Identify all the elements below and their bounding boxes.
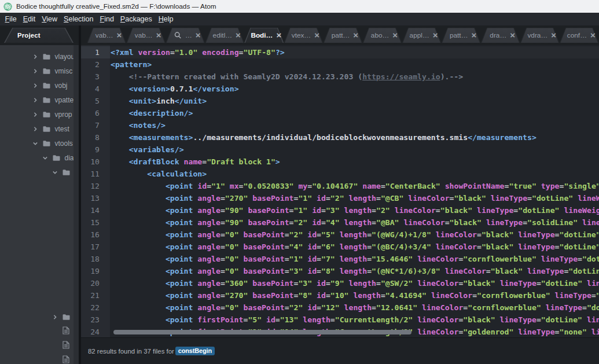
- chevron-right-icon[interactable]: [53, 314, 57, 320]
- chevron-down-icon[interactable]: [33, 141, 38, 146]
- code-line-13[interactable]: 13 <point angle="270" basePoint="1" id="…: [81, 192, 599, 204]
- menu-selection[interactable]: Selection: [61, 13, 97, 25]
- menu-file[interactable]: File: [2, 13, 20, 25]
- chevron-down-icon[interactable]: [53, 170, 57, 175]
- line-number: 12: [81, 180, 110, 192]
- code-line-22[interactable]: 22 <point angle="0" basePoint="2" id="12…: [81, 302, 599, 314]
- tab-close-icon[interactable]: ×: [433, 32, 438, 38]
- code-line-9[interactable]: 9 <variables/>: [81, 144, 599, 156]
- code-line-7[interactable]: 7 <notes/>: [81, 119, 599, 131]
- tree-folder-row[interactable]: vtest: [0, 122, 81, 136]
- tree-folder-row[interactable]: vpatte: [0, 93, 81, 107]
- code-line-1[interactable]: 1<?xml version="1.0" encoding="UTF-8"?>: [81, 46, 599, 58]
- code-line-21[interactable]: 21 <point angle="270" basePoint="8" id="…: [81, 289, 599, 302]
- tree-item-label: vtools: [55, 139, 73, 148]
- tree-folder-row[interactable]: vtools: [0, 136, 81, 150]
- menu-edit[interactable]: Edit: [20, 13, 39, 25]
- menu-view[interactable]: View: [39, 13, 61, 25]
- tab-close-icon[interactable]: ×: [314, 32, 319, 38]
- code-line-10[interactable]: 10 <draftBlock name="Draft block 1">: [81, 156, 599, 168]
- code-line-16[interactable]: 16 <point angle="0" basePoint="2" id="5"…: [81, 229, 599, 241]
- tab-close-icon[interactable]: ×: [156, 32, 161, 38]
- line-content: <pattern>: [110, 58, 599, 71]
- code-line-8[interactable]: 8 <measurements>../measurements/individu…: [81, 131, 599, 144]
- tab-close-icon[interactable]: ×: [471, 32, 476, 38]
- menu-help[interactable]: Help: [155, 13, 177, 25]
- menu-find[interactable]: Find: [97, 13, 117, 25]
- tree-folder-row[interactable]: vobj: [0, 78, 81, 93]
- tab-close-icon[interactable]: ×: [196, 32, 201, 38]
- code-line-3[interactable]: 3 <!--Pattern created with Seamly2D v202…: [81, 71, 599, 83]
- editor-tab-8[interactable]: abo…×: [362, 28, 402, 43]
- tab-label: patt…: [450, 31, 468, 39]
- tab-label: conf…: [567, 31, 587, 39]
- code-line-11[interactable]: 11 <calculation>: [81, 168, 599, 180]
- chevron-right-icon[interactable]: [33, 112, 38, 117]
- menu-packages[interactable]: Packages: [117, 13, 155, 25]
- chevron-right-icon[interactable]: [33, 126, 38, 132]
- editor-tab-5-active[interactable]: Bodi…×: [244, 28, 284, 43]
- editor-tab-4[interactable]: editl…×: [205, 28, 244, 43]
- tab-close-icon[interactable]: ×: [276, 32, 281, 38]
- code-line-20[interactable]: 20 <point angle="360" basePoint="3" id="…: [81, 277, 599, 289]
- tree-folder-row[interactable]: [0, 165, 81, 179]
- editor-tab-10[interactable]: patt…×: [442, 28, 481, 43]
- editor-tab-12[interactable]: vdra…×: [520, 28, 560, 43]
- editor-tab-13[interactable]: conf…×: [560, 28, 599, 43]
- chevron-right-icon[interactable]: [33, 97, 38, 103]
- horizontal-scrollbar-thumb[interactable]: [113, 330, 411, 334]
- tab-close-icon[interactable]: ×: [236, 32, 241, 38]
- code-line-2[interactable]: 2<pattern>: [81, 58, 599, 71]
- tab-close-icon[interactable]: ×: [353, 32, 358, 38]
- line-content: <point angle="0" basePoint="1" id="7" le…: [110, 253, 599, 265]
- tab-close-icon[interactable]: ×: [510, 32, 515, 38]
- line-content: <point id="1" mx="0.0520833" my="0.10416…: [110, 180, 599, 192]
- chevron-right-icon[interactable]: [33, 54, 38, 60]
- tree-folder-row[interactable]: vprop: [0, 107, 81, 122]
- line-content: <point angle="0" basePoint="3" id="8" le…: [110, 265, 599, 277]
- tab-close-icon[interactable]: ×: [392, 32, 398, 38]
- tab-project[interactable]: Project: [4, 28, 74, 43]
- code-line-17[interactable]: 17 <point angle="0" basePoint="4" id="6"…: [81, 241, 599, 253]
- text-editor[interactable]: 1<?xml version="1.0" encoding="UTF-8"?>2…: [81, 45, 599, 337]
- tab-close-icon[interactable]: ×: [551, 32, 556, 38]
- line-number: 11: [81, 168, 110, 180]
- chevron-right-icon[interactable]: [33, 68, 38, 74]
- search-icon: [174, 31, 182, 39]
- tree-folder-row[interactable]: vlayou: [0, 49, 81, 64]
- code-line-12[interactable]: 12 <point id="1" mx="0.0520833" my="0.10…: [81, 180, 599, 192]
- folder-icon: [43, 52, 50, 62]
- code-line-15[interactable]: 15 <point angle="90" basePoint="2" id="4…: [81, 216, 599, 229]
- code-line-19[interactable]: 19 <point angle="0" basePoint="3" id="8"…: [81, 265, 599, 277]
- tab-close-icon[interactable]: ×: [590, 32, 596, 38]
- tree-file-row[interactable]: [0, 339, 81, 353]
- editor-tab-2[interactable]: vab…×: [126, 28, 166, 43]
- tree-folder-row[interactable]: vmisc: [0, 64, 81, 78]
- code-line-5[interactable]: 5 <unit>inch</unit>: [81, 95, 599, 107]
- chevron-down-icon[interactable]: [43, 155, 47, 161]
- chevron-right-icon[interactable]: [33, 83, 38, 89]
- tree-folder-row[interactable]: dia: [0, 150, 81, 165]
- menu-bar: FileEditViewSelectionFindPackagesHelp: [0, 13, 599, 25]
- code-line-6[interactable]: 6 <description/>: [81, 107, 599, 119]
- code-lines: 1<?xml version="1.0" encoding="UTF-8"?>2…: [81, 46, 599, 338]
- editor-tab-9[interactable]: appl…×: [402, 28, 442, 43]
- editor-tab-11[interactable]: dra…×: [481, 28, 520, 43]
- code-line-18[interactable]: 18 <point angle="0" basePoint="1" id="7"…: [81, 253, 599, 265]
- tree-file-row[interactable]: [0, 353, 81, 364]
- tree-file-row[interactable]: [0, 324, 81, 339]
- title-bar: Bodice thoughtfully creative_Fixed.sm2d …: [0, 0, 599, 13]
- editor-tab-3[interactable]: …×: [166, 28, 205, 43]
- tree-view-scrollbar[interactable]: [74, 45, 79, 364]
- panel-resize-handle[interactable]: [79, 25, 81, 364]
- tab-label: dra…: [490, 31, 506, 39]
- tab-close-icon[interactable]: ×: [117, 32, 122, 38]
- editor-tab-1[interactable]: vab…×: [87, 28, 126, 43]
- editor-tab-7[interactable]: patt…×: [323, 28, 362, 43]
- code-line-23[interactable]: 23 <point firstPoint="5" id="13" length=…: [81, 314, 599, 326]
- code-line-4[interactable]: 4 <version>0.7.1</version>: [81, 83, 599, 95]
- editor-tab-6[interactable]: vtex…×: [284, 28, 323, 43]
- tree-folder-row[interactable]: [0, 310, 81, 324]
- tab-label: abo…: [371, 31, 389, 39]
- code-line-14[interactable]: 14 <point angle="90" basePoint="1" id="3…: [81, 204, 599, 216]
